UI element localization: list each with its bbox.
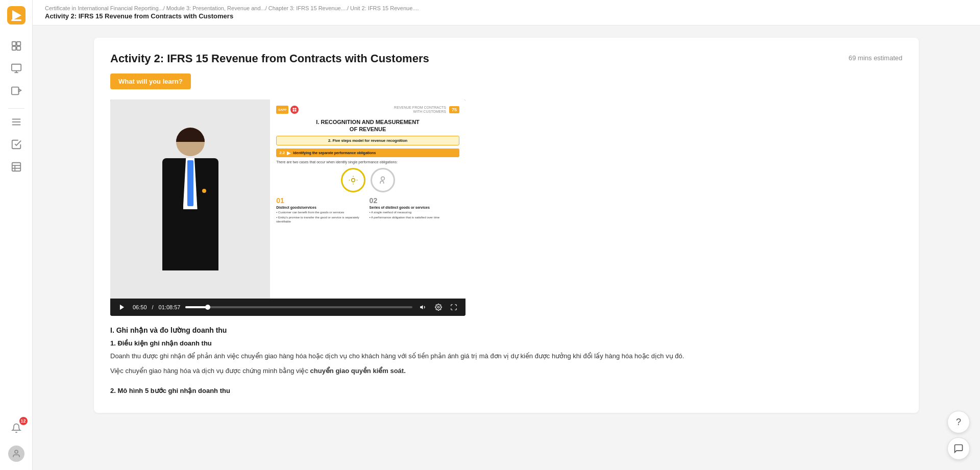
- slide-col-1: 01 Distinct goods/services Customer can …: [276, 196, 366, 225]
- sidebar-item-reports[interactable]: [7, 113, 26, 131]
- slide-logo: SAPP: [276, 106, 288, 114]
- svg-rect-14: [12, 163, 20, 171]
- sidebar-bottom: 12: [7, 419, 26, 462]
- slide-col2-item2: A performance obligation that is satisfi…: [370, 216, 459, 220]
- activity-title: Activity 2: IFRS 15 Revenue from Contrac…: [110, 52, 429, 65]
- svg-marker-25: [120, 305, 124, 310]
- notification-count: 12: [19, 417, 28, 425]
- slide-cases-text: There are two cases that occur when iden…: [276, 160, 459, 164]
- sidebar-item-table[interactable]: [7, 158, 26, 176]
- play-button[interactable]: [116, 303, 128, 312]
- progress-thumb: [205, 305, 210, 310]
- ctrl-right: [418, 303, 459, 312]
- svg-rect-10: [11, 87, 18, 95]
- slide-side: SAPP: [270, 100, 465, 299]
- svg-rect-19: [293, 108, 295, 110]
- presenter-body: [162, 158, 218, 270]
- time-estimate: 69 mins estimated: [849, 54, 903, 62]
- activity-header: Activity 2: IFRS 15 Revenue from Contrac…: [110, 52, 902, 65]
- slide-header: SAPP: [276, 106, 459, 114]
- svg-rect-2: [11, 19, 21, 21]
- slide-main-title: I. RECOGNITION AND MEASUREMENT OF REVENU…: [276, 118, 459, 133]
- breadcrumb-current: Activity 2: IFRS 15 Revenue from Contrac…: [45, 12, 968, 20]
- slide-columns: 01 Distinct goods/services Customer can …: [276, 196, 459, 225]
- app-logo[interactable]: [7, 6, 26, 24]
- breadcrumb-path: Certificate in International Financial R…: [45, 5, 968, 11]
- svg-rect-6: [16, 46, 20, 50]
- user-avatar[interactable]: [8, 446, 24, 462]
- body-text-1: Doanh thu được ghi nhận để phản ánh việc…: [110, 351, 902, 362]
- fullscreen-button[interactable]: [448, 303, 459, 312]
- presenter-side: [110, 100, 270, 299]
- svg-point-18: [15, 450, 18, 453]
- svg-rect-4: [16, 42, 20, 45]
- slide-circles-row: [276, 168, 459, 192]
- bold-text: chuyển giao quyền kiểm soát.: [310, 367, 406, 375]
- video-player: SAPP: [110, 100, 465, 316]
- sidebar-item-tasks[interactable]: [7, 135, 26, 154]
- svg-rect-20: [295, 108, 297, 110]
- slide-col-2: 02 Series of distinct goods or services …: [370, 196, 459, 225]
- svg-point-23: [351, 179, 355, 182]
- sub-heading-1: 1. Điều kiện ghi nhận doanh thu: [110, 339, 902, 347]
- svg-rect-5: [12, 46, 15, 50]
- video-controls: 06:50 / 01:08:57: [110, 299, 465, 316]
- text-content: I. Ghi nhận và đo lường doanh thu 1. Điề…: [110, 326, 902, 394]
- volume-button[interactable]: [418, 303, 429, 312]
- svg-point-27: [437, 306, 439, 308]
- svg-rect-7: [11, 64, 20, 71]
- slide-circle-2: [371, 168, 395, 192]
- sidebar-item-courses[interactable]: [7, 59, 26, 78]
- slide-logo-area: SAPP: [276, 106, 299, 114]
- sidebar-divider: [8, 108, 24, 109]
- breadcrumb-bar: Certificate in International Financial R…: [33, 0, 980, 26]
- body-text-2: Việc chuyển giao hàng hóa và dịch vụ đượ…: [110, 366, 902, 377]
- slide-step-box: 2. Five steps model for revenue recognit…: [276, 136, 459, 145]
- slide-col1-item2: Entity's promise to transfer the good or…: [276, 216, 366, 224]
- current-time: 06:50: [133, 304, 147, 310]
- time-separator: /: [152, 304, 154, 310]
- slide-logo-icon: [290, 106, 299, 114]
- slide-topic-label: REVENUE FROM CONTRACTS WITH CUSTOMERS: [394, 106, 446, 114]
- presenter-figure: [162, 128, 218, 270]
- sidebar-item-video[interactable]: [7, 82, 26, 100]
- svg-marker-26: [420, 305, 423, 309]
- content-area: Activity 2: IFRS 15 Revenue from Contrac…: [33, 26, 980, 470]
- svg-rect-21: [293, 110, 295, 112]
- fab-buttons: ?: [947, 411, 970, 460]
- learn-btn[interactable]: What will you learn?: [110, 73, 191, 89]
- slide-col2-item1: A single method of measuring: [370, 211, 459, 215]
- svg-rect-3: [12, 42, 15, 45]
- help-button[interactable]: ?: [947, 411, 970, 433]
- sidebar: 12: [0, 0, 33, 470]
- progress-bar[interactable]: [185, 306, 412, 308]
- slide-col1-item1: Customer can benefit from the goods or s…: [276, 211, 366, 215]
- sub-heading-2: 2. Mô hình 5 bước ghi nhận doanh thu: [110, 387, 902, 394]
- slide-number: 75: [449, 106, 459, 113]
- slide-step-row: 2.2 ▶ Identifying the separate performan…: [276, 149, 459, 157]
- svg-point-24: [381, 177, 384, 181]
- activity-card: Activity 2: IFRS 15 Revenue from Contrac…: [94, 38, 919, 413]
- sidebar-item-home[interactable]: [7, 37, 26, 55]
- main-content: Certificate in International Financial R…: [33, 0, 980, 470]
- notifications-button[interactable]: 12: [7, 419, 26, 437]
- chat-button[interactable]: [947, 437, 970, 460]
- presenter-head: [176, 128, 205, 156]
- svg-rect-22: [295, 110, 297, 112]
- total-time: 01:08:57: [159, 304, 181, 310]
- settings-button[interactable]: [433, 303, 444, 312]
- video-frame: SAPP: [110, 100, 465, 299]
- progress-fill: [185, 306, 208, 308]
- section-heading-1: I. Ghi nhận và đo lường doanh thu: [110, 326, 902, 334]
- slide-circle-1: [341, 168, 365, 192]
